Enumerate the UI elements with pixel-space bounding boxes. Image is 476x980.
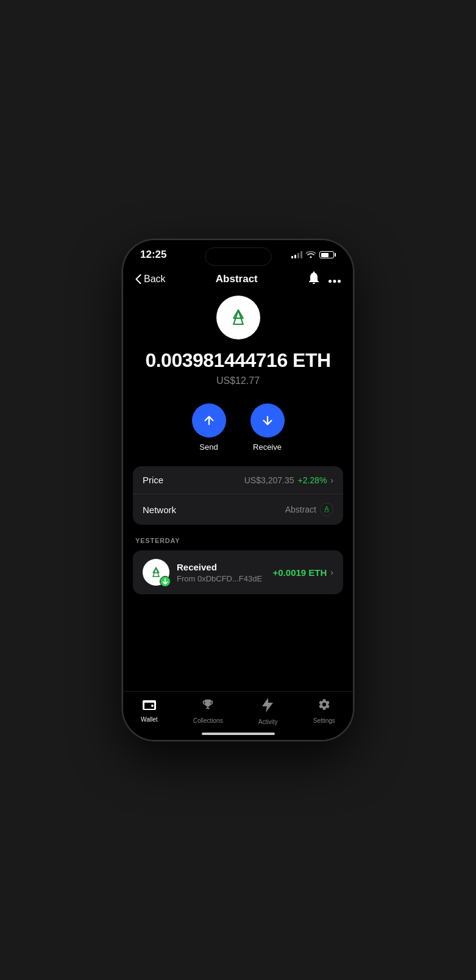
price-label: Price [143, 475, 163, 485]
more-icon[interactable] [329, 272, 341, 286]
tx-type: Received [177, 562, 266, 572]
phone-screen: 12:25 [123, 240, 353, 740]
status-icons [291, 250, 336, 260]
send-label: Send [199, 442, 218, 452]
bell-icon[interactable] [308, 271, 320, 287]
phone-frame: 12:25 [122, 239, 354, 741]
settings-nav-label: Settings [313, 717, 335, 724]
token-logo [216, 296, 260, 339]
network-value: Abstract [285, 505, 316, 514]
action-buttons: Send Receive [133, 403, 343, 452]
network-value-group: Abstract [285, 503, 333, 516]
svg-point-1 [333, 280, 336, 283]
signal-icon [291, 251, 302, 258]
wifi-icon [306, 250, 316, 260]
svg-point-0 [329, 280, 332, 283]
svg-point-2 [338, 280, 341, 283]
nav-item-activity[interactable]: Activity [252, 698, 284, 725]
network-label: Network [143, 505, 176, 515]
section-label: YESTERDAY [133, 537, 343, 544]
receive-badge-icon [160, 576, 171, 587]
activity-section: YESTERDAY [133, 537, 343, 594]
usd-balance: US$12.77 [133, 375, 343, 386]
price-value-group: US$3,207.35 +2.28% › [244, 475, 333, 485]
collections-icon [201, 698, 215, 715]
back-button[interactable]: Back [135, 274, 166, 285]
back-label: Back [144, 274, 166, 285]
chevron-right-icon: › [330, 475, 333, 485]
nav-header: Back Abstract [123, 265, 353, 296]
price-row[interactable]: Price US$3,207.35 +2.28% › [133, 466, 343, 494]
eth-balance: 0.003981444716 ETH [133, 349, 343, 372]
receive-button[interactable] [250, 403, 285, 438]
tx-amount-wrap: +0.0019 ETH › [273, 567, 333, 578]
home-indicator [123, 728, 353, 740]
main-content: 0.003981444716 ETH US$12.77 Send [123, 296, 353, 691]
info-card: Price US$3,207.35 +2.28% › Network Abstr… [133, 466, 343, 525]
send-button[interactable] [192, 403, 226, 438]
activity-nav-label: Activity [258, 719, 278, 725]
receive-label: Receive [253, 442, 282, 452]
dynamic-island [205, 247, 272, 266]
collections-nav-label: Collections [193, 717, 223, 724]
wallet-icon [142, 698, 157, 714]
svg-point-5 [151, 705, 154, 707]
token-logo-container [133, 296, 343, 339]
tx-info: Received From 0xDbCFD...F43dE [177, 562, 266, 583]
settings-icon [318, 698, 331, 715]
status-time: 12:25 [140, 249, 166, 261]
network-logo [320, 503, 333, 516]
tx-amount: +0.0019 ETH [273, 567, 327, 578]
send-button-wrap[interactable]: Send [192, 403, 226, 452]
activity-icon [262, 698, 274, 716]
nav-item-wallet[interactable]: Wallet [135, 698, 163, 723]
bottom-nav: Wallet Collections Activity [123, 691, 353, 728]
nav-item-collections[interactable]: Collections [187, 698, 229, 724]
receive-button-wrap[interactable]: Receive [250, 403, 285, 452]
battery-icon [319, 251, 336, 258]
tx-chevron-icon: › [330, 567, 333, 577]
network-row: Network Abstract [133, 494, 343, 525]
page-title: Abstract [216, 273, 258, 285]
tx-from: From 0xDbCFD...F43dE [177, 574, 266, 583]
price-value: US$3,207.35 [244, 475, 294, 485]
home-bar [202, 733, 275, 735]
transaction-item[interactable]: Received From 0xDbCFD...F43dE +0.0019 ET… [133, 550, 343, 594]
wallet-nav-label: Wallet [141, 716, 157, 723]
nav-actions [308, 271, 341, 287]
tx-logo [143, 559, 169, 586]
nav-item-settings[interactable]: Settings [307, 698, 341, 724]
price-change: +2.28% [297, 475, 327, 485]
